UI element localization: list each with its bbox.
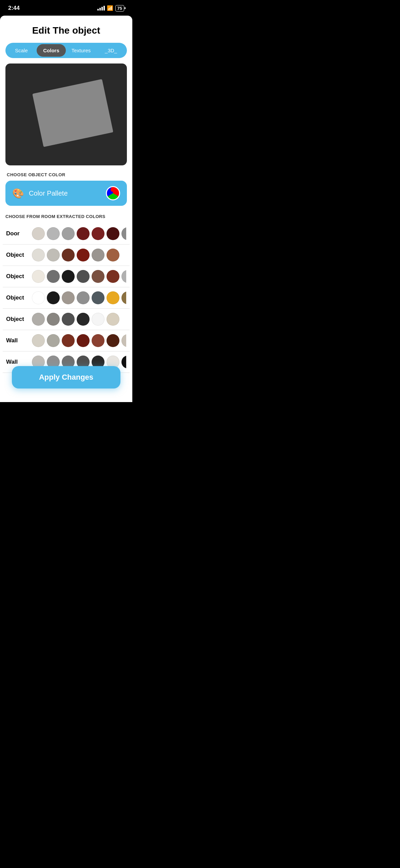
color-swatch[interactable] [92,249,104,261]
color-swatch[interactable] [77,313,90,326]
color-row: Object [3,309,130,330]
tab-scale[interactable]: Scale [7,44,36,57]
color-swatch[interactable] [107,227,119,240]
color-row-label: Wall [6,337,29,344]
time-display: 2:44 [8,5,20,12]
color-swatch[interactable] [32,291,45,304]
color-swatches [32,249,119,261]
signal-icon [97,6,105,11]
color-swatch[interactable] [77,334,90,347]
color-swatch[interactable] [32,227,45,240]
color-swatches [32,270,126,283]
color-row: Wall [3,330,130,351]
color-swatch[interactable] [121,227,126,240]
color-swatch[interactable] [62,270,75,283]
apply-changes-container: Apply Changes [0,366,132,388]
color-swatch[interactable] [121,334,126,347]
color-swatch[interactable] [92,334,104,347]
color-swatch[interactable] [77,227,90,240]
color-section-label: CHOOSE OBJECT COLOR [7,172,126,177]
status-bar: 2:44 📶 75 [0,0,132,14]
color-row: Object [3,245,130,266]
page-title: Edit The object [0,16,132,43]
color-row: Door [3,223,130,245]
color-swatches [32,227,126,240]
color-rows-container: DoorObjectObjectObjectObjectWallWall [3,223,130,373]
color-swatch[interactable] [62,249,75,261]
color-row-label: Object [6,316,29,323]
main-container: Edit The object Scale Colors Textures _3… [0,16,132,402]
wifi-icon: 📶 [107,5,113,11]
color-swatch[interactable] [47,227,60,240]
color-swatches [32,313,119,326]
status-icons: 📶 75 [97,5,124,12]
color-swatch[interactable] [121,270,126,283]
palette-icon: 🎨 [12,188,24,199]
tab-textures[interactable]: Textures [66,44,96,57]
color-row: Object [3,266,130,287]
color-swatch[interactable] [32,249,45,261]
color-palette-button[interactable]: 🎨 Color Pallete [5,181,127,206]
color-swatch[interactable] [107,313,119,326]
color-swatch[interactable] [32,313,45,326]
color-swatch[interactable] [32,334,45,347]
extracted-colors-label: CHOOSE FROM ROOM EXTRACTED COLORS [5,214,127,219]
color-row-label: Object [6,273,29,280]
tabs-container: Scale Colors Textures _3D_ [5,43,127,58]
tab-colors[interactable]: Colors [37,44,66,57]
color-swatch[interactable] [77,249,90,261]
color-swatch[interactable] [92,270,104,283]
color-row-label: Wall [6,359,29,365]
tab-3d[interactable]: _3D_ [96,44,126,57]
color-swatch[interactable] [107,334,119,347]
color-swatches [32,334,126,347]
color-wheel-indicator [106,186,120,200]
color-row: Object [3,287,130,309]
color-swatch[interactable] [47,313,60,326]
color-swatch[interactable] [92,227,104,240]
color-swatch[interactable] [92,313,104,326]
color-swatch[interactable] [47,291,60,304]
battery-indicator: 75 [115,5,124,12]
color-swatch[interactable] [121,291,126,304]
color-swatch[interactable] [62,313,75,326]
color-swatch[interactable] [77,291,90,304]
color-swatch[interactable] [62,227,75,240]
color-row-label: Object [6,252,29,258]
color-swatches [32,291,126,304]
color-swatch[interactable] [62,291,75,304]
color-row-label: Object [6,294,29,301]
color-swatch[interactable] [92,291,104,304]
color-swatch[interactable] [47,249,60,261]
color-swatch[interactable] [107,291,119,304]
palette-button-label: Color Pallete [29,189,106,197]
color-row-label: Door [6,230,29,237]
object-preview [5,64,127,165]
color-swatch[interactable] [32,270,45,283]
color-swatch[interactable] [77,270,90,283]
color-swatch[interactable] [47,334,60,347]
apply-changes-button[interactable]: Apply Changes [12,366,120,388]
color-swatch[interactable] [107,270,119,283]
color-swatch[interactable] [107,249,119,261]
color-swatch[interactable] [62,334,75,347]
preview-shape [32,79,113,147]
color-swatch[interactable] [47,270,60,283]
